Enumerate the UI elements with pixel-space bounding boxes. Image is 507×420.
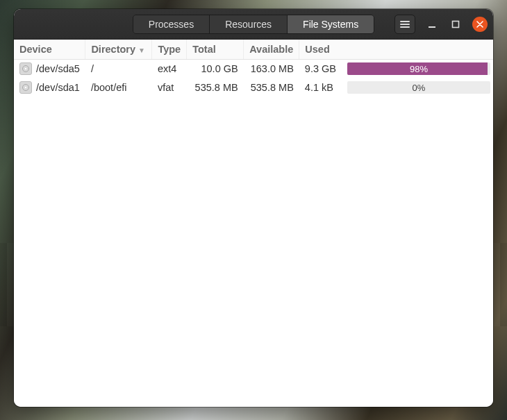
device-name: /dev/sda1 — [36, 82, 80, 93]
cell-type: vfat — [152, 78, 187, 97]
table-header-row: Device Directory▼ Type Total Available U… — [14, 40, 493, 59]
cell-directory: / — [85, 59, 152, 78]
minimize-icon — [428, 20, 436, 28]
col-directory[interactable]: Directory▼ — [85, 40, 152, 59]
cell-used-bar: 0% — [342, 78, 493, 97]
sort-indicator-icon: ▼ — [138, 47, 145, 54]
col-available[interactable]: Available — [244, 40, 299, 59]
col-used[interactable]: Used — [299, 40, 493, 59]
col-type[interactable]: Type — [152, 40, 187, 59]
cell-used-bar: 98% — [342, 59, 493, 78]
close-icon — [476, 21, 483, 28]
col-device[interactable]: Device — [14, 40, 85, 59]
desktop-background: Processes Resources File Systems — [0, 0, 507, 420]
filesystems-view: Device Directory▼ Type Total Available U… — [14, 40, 493, 407]
cell-device: /dev/sda1 — [14, 78, 85, 97]
maximize-button[interactable] — [449, 17, 463, 31]
table-body: /dev/sda5 / ext4 10.0 GB 163.0 MB 9.3 GB… — [14, 59, 493, 97]
minimize-button[interactable] — [425, 17, 439, 31]
cell-available: 163.0 MB — [244, 59, 299, 78]
col-directory-label: Directory — [91, 44, 135, 55]
disk-icon — [19, 81, 32, 94]
cell-directory: /boot/efi — [85, 78, 152, 97]
hamburger-icon — [400, 21, 410, 28]
usage-bar: 0% — [347, 81, 490, 94]
cell-used: 9.3 GB — [299, 59, 342, 78]
system-monitor-window: Processes Resources File Systems — [14, 9, 493, 407]
maximize-icon — [451, 20, 460, 28]
cell-available: 535.8 MB — [244, 78, 299, 97]
svg-rect-0 — [429, 26, 435, 28]
headerbar: Processes Resources File Systems — [14, 9, 493, 40]
usage-bar-label: 0% — [347, 81, 490, 94]
tab-resources[interactable]: Resources — [210, 15, 288, 33]
menu-button[interactable] — [394, 15, 415, 34]
cell-total: 10.0 GB — [187, 59, 244, 78]
filesystems-table: Device Directory▼ Type Total Available U… — [14, 40, 493, 97]
usage-bar-label: 98% — [347, 62, 490, 75]
cell-total: 535.8 MB — [187, 78, 244, 97]
cell-type: ext4 — [152, 59, 187, 78]
tab-filesystems[interactable]: File Systems — [288, 15, 374, 33]
close-button[interactable] — [472, 17, 488, 32]
device-name: /dev/sda5 — [36, 63, 80, 74]
disk-icon — [19, 62, 32, 75]
cell-device: /dev/sda5 — [14, 60, 85, 78]
table-row[interactable]: /dev/sda1 /boot/efi vfat 535.8 MB 535.8 … — [14, 78, 493, 97]
svg-rect-1 — [453, 21, 459, 27]
headerbar-right — [394, 9, 488, 39]
col-total[interactable]: Total — [187, 40, 244, 59]
view-switcher: Processes Resources File Systems — [133, 15, 374, 34]
table-row[interactable]: /dev/sda5 / ext4 10.0 GB 163.0 MB 9.3 GB… — [14, 59, 493, 78]
usage-bar: 98% — [347, 62, 490, 75]
tab-processes[interactable]: Processes — [133, 15, 210, 33]
cell-used: 4.1 kB — [299, 78, 342, 97]
